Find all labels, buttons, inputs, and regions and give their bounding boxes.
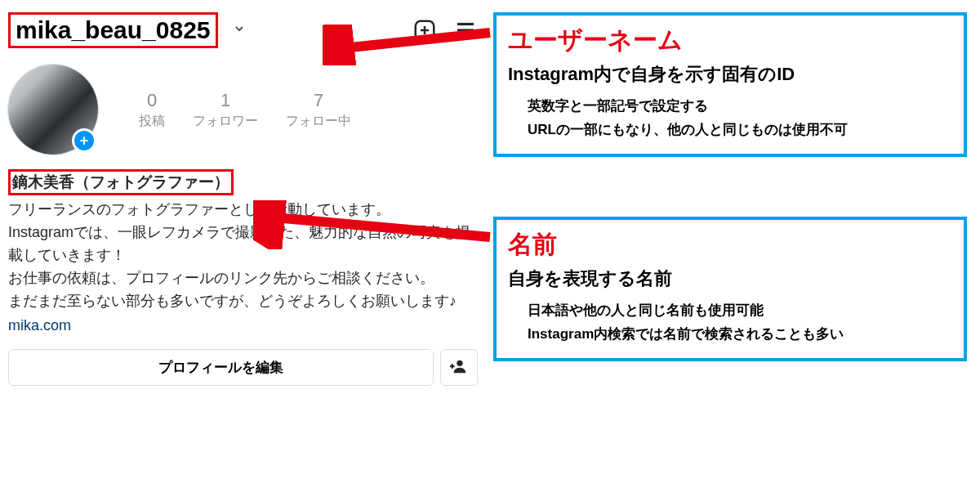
display-name-text: 鏑木美香（フォトグラファー）	[12, 173, 229, 190]
followers-count: 1	[193, 90, 258, 111]
action-buttons: プロフィールを編集	[8, 349, 478, 386]
following-count: 7	[286, 90, 351, 111]
followers-label: フォロワー	[193, 113, 258, 130]
stats: 0 投稿 1 フォロワー 7 フォロー中	[139, 90, 351, 130]
hamburger-menu-icon[interactable]	[453, 18, 478, 43]
edit-profile-button[interactable]: プロフィールを編集	[8, 349, 434, 386]
chevron-down-icon[interactable]	[233, 22, 246, 39]
annotation-note: Instagram内検索では名前で検索されることも多い	[528, 323, 952, 347]
display-name: 鏑木美香（フォトグラファー）	[8, 169, 234, 195]
annotation-subtitle: 自身を表現する名前	[508, 266, 952, 291]
annotation-name: 名前 自身を表現する名前 日本語や他の人と同じ名前も使用可能 Instagram…	[493, 217, 967, 361]
annotation-note: URLの一部にもなり、他の人と同じものは使用不可	[528, 119, 952, 142]
bio-line: Instagramでは、一眼レフカメラで撮影した、魅力的な自然の写真を掲載してい…	[8, 222, 478, 267]
discover-people-button[interactable]	[440, 349, 478, 386]
avatar-container[interactable]: +	[8, 65, 98, 154]
annotation-title: 名前	[508, 228, 952, 262]
bio: フリーランスのフォトグラファーとして活動しています。 Instagramでは、一…	[8, 199, 478, 312]
svg-point-6	[457, 360, 462, 366]
profile-header: mika_beau_0825	[8, 12, 478, 48]
followers-stat[interactable]: 1 フォロワー	[193, 90, 258, 130]
annotation-note: 日本語や他の人と同じ名前も使用可能	[528, 299, 952, 323]
add-person-icon	[450, 357, 468, 378]
annotation-note: 英数字と一部記号で設定する	[528, 95, 952, 119]
username-text: mika_beau_0825	[16, 16, 211, 44]
following-stat[interactable]: 7 フォロー中	[286, 90, 351, 130]
posts-label: 投稿	[139, 113, 165, 130]
annotation-subtitle: Instagram内で自身を示す固有のID	[508, 62, 952, 87]
stats-row: + 0 投稿 1 フォロワー 7 フォロー中	[8, 65, 478, 154]
annotation-username: ユーザーネーム Instagram内で自身を示す固有のID 英数字と一部記号で設…	[493, 12, 967, 157]
following-label: フォロー中	[286, 113, 351, 130]
bio-line: まだまだ至らない部分も多いですが、どうぞよろしくお願いします♪	[8, 290, 478, 313]
posts-count: 0	[139, 90, 165, 111]
create-post-icon[interactable]	[412, 18, 437, 43]
posts-stat[interactable]: 0 投稿	[139, 90, 165, 130]
bio-line: お仕事の依頼は、プロフィールのリンク先からご相談ください。	[8, 267, 478, 290]
add-story-icon[interactable]: +	[72, 128, 96, 153]
profile-link[interactable]: mika.com	[8, 317, 478, 334]
profile-panel: mika_beau_0825	[8, 12, 478, 386]
annotation-title: ユーザーネーム	[508, 24, 952, 57]
bio-line: フリーランスのフォトグラファーとして活動しています。	[8, 199, 478, 222]
username-display[interactable]: mika_beau_0825	[8, 12, 218, 48]
